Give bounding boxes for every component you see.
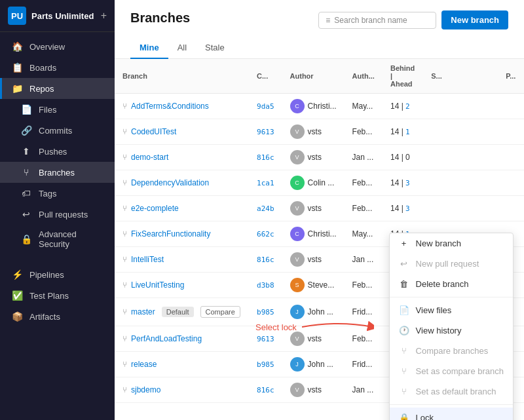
search-branch-box[interactable]: ≡ Search branch name <box>318 12 436 29</box>
sidebar-item-label: Tags <box>39 189 56 199</box>
sidebar-item-tags[interactable]: 🏷 Tags <box>0 183 115 204</box>
sidebar-item-repos[interactable]: 📁 Repos <box>0 78 115 99</box>
new-pull-request-icon: ↩ <box>399 259 409 269</box>
commit-link[interactable]: b985 <box>257 360 274 369</box>
sidebar-item-branches[interactable]: ⑂ Branches <box>0 162 115 183</box>
sidebar-item-label: Advanced Security <box>39 229 105 249</box>
branch-name-cell: ⑂ AddTerms&Conditions <box>122 102 241 111</box>
table-row: ⑂ demo-start 816c V vsts Jan ...14 | 0 <box>115 145 524 170</box>
new-branch-button[interactable]: New branch <box>441 10 508 29</box>
sidebar-item-artifacts[interactable]: 📦 Artifacts <box>0 306 115 327</box>
default-badge: Default <box>162 307 194 317</box>
context-menu-view-files-label: View files <box>416 305 452 315</box>
commit-link[interactable]: 662c <box>257 230 274 239</box>
branch-name[interactable]: DependencyValidation <box>131 178 209 187</box>
compare-badge[interactable]: Compare <box>200 306 240 318</box>
advanced-security-icon: 🔒 <box>20 233 32 245</box>
context-menu-new-branch[interactable]: + New branch <box>390 233 513 254</box>
branch-type-icon: ⑂ <box>122 280 127 290</box>
sidebar-item-label: Overview <box>29 42 65 52</box>
commit-link[interactable]: 9da5 <box>257 102 274 111</box>
behind-ahead-cell: 14 | 3 <box>383 170 423 196</box>
commit-link[interactable]: 1ca1 <box>257 179 274 187</box>
context-menu-set-compare-branch: ⑂ Set as compare branch <box>390 361 513 381</box>
p-cell <box>498 170 524 196</box>
branch-name-cell: ⑂ FixSearchFunctionality <box>122 229 241 239</box>
context-menu-lock[interactable]: 🔒 Lock <box>390 408 513 420</box>
branch-name[interactable]: LiveUnitTesting <box>131 280 184 290</box>
context-menu-view-history[interactable]: 🕐 View history <box>390 320 513 341</box>
sidebar-item-files[interactable]: 📄 Files <box>0 99 115 120</box>
commit-link[interactable]: 9613 <box>257 128 274 136</box>
author-name: vsts <box>308 334 322 343</box>
context-menu-set-default-branch: ⑂ Set as default branch <box>390 381 513 402</box>
ahead-link[interactable]: 1 <box>405 128 410 136</box>
sidebar-item-commits[interactable]: 🔗 Commits <box>0 120 115 141</box>
ahead-link[interactable]: 3 <box>405 204 410 213</box>
context-menu-delete-branch[interactable]: 🗑 Delete branch <box>390 274 513 294</box>
behind-ahead-cell: 14 | 0 <box>383 145 423 170</box>
commit-link[interactable]: 9613 <box>257 335 274 343</box>
p-cell <box>498 145 524 170</box>
sidebar-item-boards[interactable]: 📋 Boards <box>0 57 115 78</box>
author-cell: J John ... <box>290 305 337 319</box>
author-name: vsts <box>308 385 322 394</box>
add-project-button[interactable]: + <box>101 10 107 22</box>
sidebar-item-advanced-security[interactable]: 🔒 Advanced Security <box>0 225 115 254</box>
tags-icon: 🏷 <box>20 187 32 199</box>
branch-name-cell: ⑂ e2e-complete <box>122 204 241 213</box>
branch-name[interactable]: master <box>131 307 155 316</box>
commit-link[interactable]: a24b <box>257 204 274 213</box>
context-menu-new-pull-request-label: New pull request <box>416 259 479 269</box>
branch-name[interactable]: sjbdemo <box>131 385 160 394</box>
branch-type-icon: ⑂ <box>122 255 127 264</box>
branch-name[interactable]: PerfAndLoadTesting <box>131 334 202 343</box>
sidebar-item-pull-requests[interactable]: ↩ Pull requests <box>0 204 115 225</box>
avatar: C <box>290 176 305 190</box>
branch-name[interactable]: release <box>131 360 157 369</box>
author-name: John ... <box>308 307 333 316</box>
s-cell <box>423 145 498 170</box>
search-placeholder: Search branch name <box>334 16 407 25</box>
context-menu-new-pull-request: ↩ New pull request <box>390 254 513 274</box>
date-cell: Feb... <box>345 196 383 221</box>
branch-name[interactable]: e2e-complete <box>131 204 179 213</box>
commit-link[interactable]: 816c <box>257 153 274 162</box>
ahead-link[interactable]: 2 <box>405 102 410 111</box>
branch-name[interactable]: AddTerms&Conditions <box>131 102 209 111</box>
branch-name[interactable]: CodedUITest <box>131 127 176 136</box>
sidebar-header: PU Parts Unlimited + <box>0 0 115 32</box>
context-menu-view-files[interactable]: 📄 View files <box>390 300 513 320</box>
date-cell: Frid... <box>345 298 383 326</box>
pipelines-icon: ⚡ <box>11 269 23 280</box>
sidebar-item-pipelines[interactable]: ⚡ Pipelines <box>0 264 115 285</box>
branch-name[interactable]: FixSearchFunctionality <box>131 229 210 239</box>
sidebar-item-test-plans[interactable]: ✅ Test Plans <box>0 285 115 306</box>
date-cell: Feb... <box>345 170 383 196</box>
tab-all[interactable]: All <box>168 37 196 59</box>
p-cell <box>498 196 524 221</box>
date-cell: Jan ... <box>345 247 383 273</box>
sidebar-item-pushes[interactable]: ⬆ Pushes <box>0 141 115 162</box>
tab-mine[interactable]: Mine <box>130 37 168 59</box>
commit-link[interactable]: 816c <box>257 386 274 394</box>
delete-branch-icon: 🗑 <box>399 279 409 289</box>
author-cell: V vsts <box>290 201 337 216</box>
context-menu-new-branch-label: New branch <box>416 239 461 248</box>
commit-link[interactable]: b985 <box>257 308 274 316</box>
avatar: V <box>290 150 305 164</box>
app-title: Parts Unlimited <box>31 11 94 21</box>
branch-name[interactable]: demo-start <box>131 153 168 162</box>
sidebar-item-overview[interactable]: 🏠 Overview <box>0 36 115 57</box>
branch-type-icon: ⑂ <box>122 385 127 394</box>
branch-name-cell: ⑂ PerfAndLoadTesting <box>122 334 241 343</box>
tab-stale[interactable]: Stale <box>196 37 234 59</box>
ahead-link[interactable]: 3 <box>405 179 410 187</box>
branch-name[interactable]: IntelliTest <box>131 255 164 264</box>
commit-link[interactable]: 816c <box>257 256 274 264</box>
branch-type-icon: ⑂ <box>122 334 127 343</box>
commit-link[interactable]: d3b8 <box>257 281 274 290</box>
sidebar-item-label: Pushes <box>39 147 67 157</box>
view-files-icon: 📄 <box>399 305 409 315</box>
branch-type-icon: ⑂ <box>122 102 127 111</box>
